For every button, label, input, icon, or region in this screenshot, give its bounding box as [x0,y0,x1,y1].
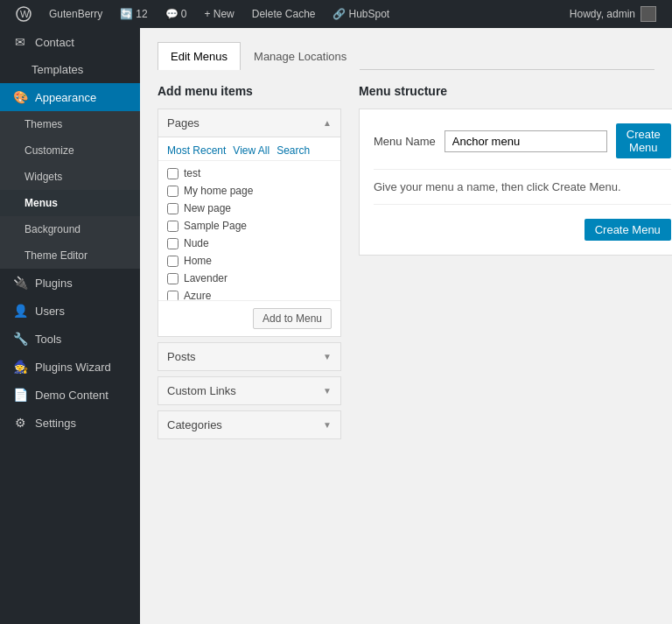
posts-accordion: Posts ▼ [158,342,341,371]
sidebar-item-background[interactable]: Background [0,216,140,242]
page-label-sample-page: Sample Page [184,220,247,232]
sidebar-label-widgets: Widgets [24,171,62,183]
page-checkbox-test[interactable] [167,168,178,179]
create-menu-top-button[interactable]: Create Menu [616,123,671,158]
page-checkbox-my-home[interactable] [167,186,178,197]
plugins-wizard-icon: 🧙 [12,360,28,374]
menu-structure-title: Menu structure [359,84,672,98]
page-label-my-home: My home page [184,185,253,197]
create-menu-bottom-button[interactable]: Create Menu [584,219,671,241]
sidebar-label-templates: Templates [32,63,83,76]
pages-chevron-up-icon: ▲ [323,118,332,128]
custom-links-label: Custom Links [167,384,236,397]
page-checkbox-home[interactable] [167,256,178,267]
sidebar-label-contact: Contact [35,36,74,49]
menu-name-input[interactable] [444,130,607,152]
sidebar-label-plugins-wizard: Plugins Wizard [35,361,111,374]
demo-content-icon: 📄 [12,388,28,402]
add-menu-items-title: Add menu items [158,84,341,98]
page-checkbox-sample-page[interactable] [167,221,178,232]
pages-view-all-tab[interactable]: View All [233,144,270,157]
sidebar-item-plugins[interactable]: 🔌 Plugins [0,269,140,297]
page-checkbox-nude[interactable] [167,238,178,249]
sidebar-label-theme-editor: Theme Editor [24,249,88,262]
custom-links-chevron-down-icon: ▼ [323,386,332,396]
page-label-new-page: New page [184,202,231,214]
list-item: New page [167,200,332,217]
create-menu-bottom-row: Create Menu [374,219,671,241]
add-to-menu-button[interactable]: Add to Menu [253,308,332,329]
custom-links-accordion-header[interactable]: Custom Links ▼ [158,377,340,404]
categories-chevron-down-icon: ▼ [323,420,332,430]
sidebar-item-widgets[interactable]: Widgets [0,164,140,190]
sidebar-label-plugins: Plugins [35,277,73,290]
delete-cache[interactable]: Delete Cache [243,0,325,28]
users-icon: 👤 [12,304,28,318]
sidebar-item-theme-editor[interactable]: Theme Editor [0,242,140,269]
tab-edit-menus[interactable]: Edit Menus [158,42,241,70]
add-menu-items-panel: Add menu items Pages ▲ Most Recent View … [158,84,341,445]
hubspot-link[interactable]: 🔗HubSpot [324,0,398,28]
sidebar-item-tools[interactable]: 🔧 Tools [0,325,140,353]
sidebar-label-themes: Themes [24,118,62,130]
tabs: Edit Menus Manage Locations [158,42,654,70]
categories-accordion: Categories ▼ [158,410,341,439]
pages-sub-tabs: Most Recent View All Search [158,137,340,161]
pages-list: test My home page New page [158,161,340,301]
svg-text:W: W [20,9,30,19]
tools-icon: 🔧 [12,332,28,346]
plugins-icon: 🔌 [12,276,28,290]
custom-links-accordion: Custom Links ▼ [158,376,341,405]
page-label-lavender: Lavender [184,272,228,284]
menu-structure-panel: Menu structure Menu Name Create Menu Giv… [359,84,672,256]
updates-count[interactable]: 🔄12 [111,0,156,28]
pages-accordion-header[interactable]: Pages ▲ [158,109,340,137]
admin-bar: W GutenBerry 🔄12 💬0 + New Delete Cache 🔗… [0,0,672,28]
posts-label: Posts [167,350,196,363]
content-area: Edit Menus Manage Locations Add menu ite… [140,28,672,624]
page-label-home: Home [184,255,212,267]
categories-accordion-header[interactable]: Categories ▼ [158,411,340,438]
appearance-icon: 🎨 [12,90,28,104]
page-checkbox-new-page[interactable] [167,203,178,214]
sidebar-item-customize[interactable]: Customize [0,137,140,164]
menu-name-label: Menu Name [374,135,436,148]
sidebar-item-themes[interactable]: Themes [0,111,140,137]
pages-search-tab[interactable]: Search [276,144,310,157]
sidebar: ✉ Contact Templates 🎨 Appearance Themes … [0,28,140,624]
list-item: My home page [167,182,332,200]
page-checkbox-azure[interactable] [167,291,178,302]
categories-label: Categories [167,418,222,431]
sidebar-item-settings[interactable]: ⚙ Settings [0,409,140,437]
list-item: Sample Page [167,217,332,235]
sidebar-label-tools: Tools [35,333,61,346]
list-item: Nude [167,235,332,252]
add-to-menu-row: Add to Menu [158,301,340,336]
sidebar-item-users[interactable]: 👤 Users [0,297,140,325]
pages-label: Pages [167,116,200,130]
sidebar-item-plugins-wizard[interactable]: 🧙 Plugins Wizard [0,353,140,381]
sidebar-item-appearance[interactable]: 🎨 Appearance [0,83,140,111]
sidebar-item-contact[interactable]: ✉ Contact [0,28,140,56]
list-item: Home [167,252,332,270]
user-greeting[interactable]: Howdy, admin [561,0,665,28]
wp-logo[interactable]: W [7,0,40,28]
contact-icon: ✉ [12,35,28,49]
sidebar-item-menus[interactable]: Menus [0,190,140,216]
sidebar-label-settings: Settings [35,417,76,430]
sidebar-label-background: Background [24,223,80,235]
sidebar-item-templates[interactable]: Templates [0,56,140,83]
page-checkbox-lavender[interactable] [167,273,178,284]
posts-accordion-header[interactable]: Posts ▼ [158,343,340,370]
pages-most-recent-tab[interactable]: Most Recent [167,144,226,157]
menu-structure-box: Menu Name Create Menu Give your menu a n… [359,109,672,256]
page-label-test: test [184,167,200,179]
new-content[interactable]: + New [195,0,242,28]
posts-chevron-down-icon: ▼ [323,352,332,361]
tab-manage-locations[interactable]: Manage Locations [241,42,360,70]
site-name[interactable]: GutenBerry [40,0,111,28]
sidebar-label-menus: Menus [24,197,58,209]
page-label-azure: Azure [184,290,211,301]
comments-count[interactable]: 💬0 [157,0,196,28]
sidebar-item-demo-content[interactable]: 📄 Demo Content [0,381,140,409]
